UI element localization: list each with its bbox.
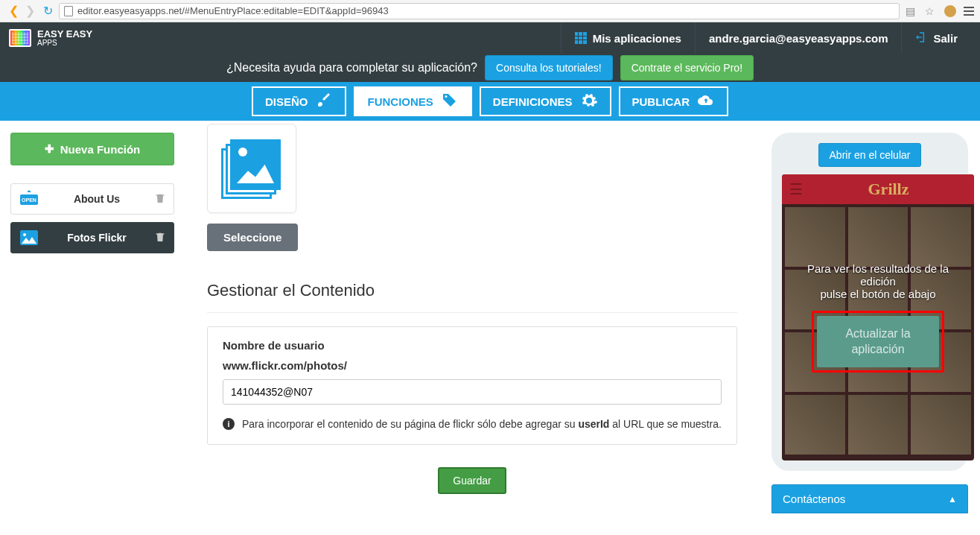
image-placeholder-card — [207, 124, 296, 213]
update-app-button[interactable]: Actualizar la aplicación — [817, 316, 938, 368]
tab-publish[interactable]: PUBLICAR — [619, 86, 729, 116]
trash-icon[interactable] — [154, 231, 166, 245]
app-header: EASY EASY APPS Mis aplicaciones andre.ga… — [0, 22, 980, 54]
page-icon — [64, 6, 73, 16]
svg-text:OPEN: OPEN — [22, 197, 36, 203]
trash-icon[interactable] — [154, 192, 166, 206]
exit-icon — [915, 31, 927, 45]
tutorials-button[interactable]: Consulta los tutoriales! — [485, 55, 613, 80]
apps-grid-icon — [575, 32, 587, 44]
svg-point-3 — [23, 233, 26, 236]
content-panel: Nombre de usuario www.flickr.com/photos/… — [207, 326, 737, 445]
contact-us-bar[interactable]: Contáctenos ▲ — [771, 484, 968, 513]
new-function-button[interactable]: ✚ Nueva Función — [10, 133, 174, 165]
logo-icon — [9, 29, 31, 47]
browser-reload[interactable]: ↻ — [43, 4, 53, 18]
flickr-url-label: www.flickr.com/photos/ — [223, 359, 722, 372]
sidebar-item-about-us[interactable]: OPEN About Us — [10, 183, 174, 215]
url-text: editor.easyeasyapps.net/#MenuEntryPlace:… — [77, 5, 389, 16]
bookmark-star-icon[interactable]: ☆ — [925, 5, 937, 17]
update-highlight: Actualizar la aplicación — [812, 311, 944, 373]
browser-back[interactable]: ❮ — [6, 4, 21, 19]
logo-text-1: EASY EASY — [37, 29, 92, 39]
browser-chrome: ❮ ❯ ↻ editor.easyeasyapps.net/#MenuEntry… — [0, 0, 980, 22]
section-title: Gestionar el Contenido — [207, 281, 737, 300]
plus-icon: ✚ — [45, 142, 54, 156]
phone-frame: Abrir en el celular ☰ Grillz Para ver lo… — [771, 133, 968, 471]
picture-icon — [19, 229, 39, 247]
translate-icon[interactable]: ▤ — [906, 5, 917, 17]
tab-functions[interactable]: FUNCIONES — [354, 86, 471, 116]
save-button[interactable]: Guardar — [438, 467, 506, 494]
main-tabs: DISEÑO FUNCIONES DEFINICIONES PUBLICAR — [0, 82, 980, 121]
tags-icon — [441, 92, 459, 112]
browser-forward[interactable]: ❯ — [22, 4, 37, 19]
my-apps-link[interactable]: Mis aplicaciones — [561, 22, 695, 54]
logout-link[interactable]: Salir — [901, 22, 971, 54]
my-apps-label: Mis aplicaciones — [593, 32, 681, 45]
gear-icon — [580, 92, 598, 112]
user-email[interactable]: andre.garcia@easyeasyapps.com — [695, 22, 902, 54]
cloud-upload-icon — [697, 92, 715, 112]
divider — [207, 312, 737, 313]
sidebar: ✚ Nueva Función OPEN About Us Fotos Flic… — [0, 121, 185, 535]
browser-menu-icon[interactable] — [964, 7, 974, 16]
open-sign-icon: OPEN — [19, 190, 39, 208]
preview-panel: Abrir en el celular ☰ Grillz Para ver lo… — [760, 121, 980, 535]
tab-design[interactable]: DISEÑO — [252, 86, 347, 116]
open-mobile-button[interactable]: Abrir en el celular — [818, 143, 922, 167]
cookie-icon[interactable] — [944, 5, 956, 17]
select-button[interactable]: Seleccione — [207, 224, 298, 251]
logo-text-2: APPS — [37, 39, 92, 47]
preview-overlay: Para ver los resultados de la edición pu… — [782, 174, 974, 460]
logo[interactable]: EASY EASY APPS — [9, 29, 92, 47]
help-question: ¿Necesita ayuda para completar su aplica… — [226, 61, 477, 75]
phone-screen: ☰ Grillz Para ver los resultados de la e… — [782, 174, 974, 460]
tab-definitions[interactable]: DEFINICIONES — [480, 86, 611, 116]
brush-icon — [315, 92, 333, 112]
info-message: i Para incorporar el contenido de su pág… — [223, 417, 722, 432]
content-area: Seleccione Gestionar el Contenido Nombre… — [185, 121, 760, 535]
username-input[interactable] — [223, 379, 722, 405]
username-label: Nombre de usuario — [223, 339, 722, 352]
image-stack-icon — [221, 138, 282, 199]
url-bar[interactable]: editor.easyeasyapps.net/#MenuEntryPlace:… — [59, 3, 900, 19]
pro-service-button[interactable]: Contrate el servicio Pro! — [620, 55, 754, 80]
info-icon: i — [223, 418, 235, 430]
chevron-up-icon: ▲ — [948, 494, 957, 504]
help-bar: ¿Necesita ayuda para completar su aplica… — [0, 54, 980, 82]
sidebar-item-fotos-flickr[interactable]: Fotos Flickr — [10, 222, 174, 253]
